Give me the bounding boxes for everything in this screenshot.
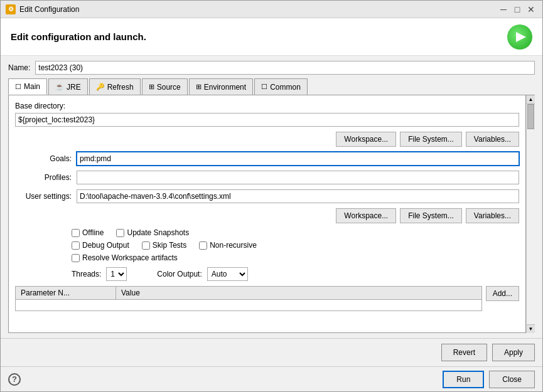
panel-scrollbar: ▲ ▼: [526, 95, 535, 333]
tab-main-label: Main: [24, 82, 40, 91]
tab-panel-main: Base directory: Workspace... File System…: [8, 95, 526, 333]
variables-button-2[interactable]: Variables...: [466, 208, 519, 223]
workspace-button-2[interactable]: Workspace...: [336, 208, 396, 223]
debug-output-input[interactable]: [72, 241, 80, 250]
tab-environment[interactable]: ⊞ Environment: [189, 78, 253, 95]
workspace-button-1[interactable]: Workspace...: [336, 132, 396, 147]
tab-main-icon: ☐: [15, 83, 21, 91]
user-settings-buttons: Workspace... File System... Variables...: [15, 208, 519, 223]
update-snapshots-checkbox[interactable]: Update Snapshots: [116, 228, 189, 237]
add-parameter-button[interactable]: Add...: [486, 286, 519, 301]
param-table-header: Parameter N... Value: [16, 287, 481, 300]
param-col-name: Parameter N...: [16, 287, 116, 299]
header-bar: Edit configuration and launch.: [1, 18, 542, 56]
minimize-button[interactable]: ─: [497, 3, 510, 16]
tab-refresh-icon: 🔑: [96, 83, 105, 91]
main-window: ⚙ Edit Configuration ─ □ ✕ Edit configur…: [0, 0, 543, 392]
window-icon: ⚙: [6, 4, 16, 14]
help-button[interactable]: ?: [8, 373, 21, 386]
tab-environment-icon: ⊞: [196, 83, 202, 91]
debug-output-label: Debug Output: [82, 241, 129, 250]
profiles-label: Profiles:: [15, 173, 72, 182]
base-directory-input[interactable]: [15, 113, 519, 127]
footer-bar: ? Run Close: [1, 366, 542, 391]
param-col-value: Value: [116, 287, 481, 299]
tabs-section: ☐ Main ☕ JRE 🔑 Refresh ⊞ Source ⊞ Env: [8, 78, 535, 333]
base-directory-label: Base directory:: [15, 102, 519, 110]
variables-button-1[interactable]: Variables...: [466, 132, 519, 147]
non-recursive-checkbox[interactable]: Non-recursive: [199, 241, 257, 250]
param-table-container: Parameter N... Value Add...: [15, 286, 519, 311]
offline-checkbox-input[interactable]: [72, 229, 80, 237]
tab-main[interactable]: ☐ Main: [8, 78, 47, 95]
name-label: Name:: [8, 63, 30, 72]
profiles-row: Profiles:: [15, 171, 519, 184]
tab-refresh-label: Refresh: [107, 83, 134, 92]
goals-label: Goals:: [15, 154, 72, 163]
tab-common-icon: ☐: [261, 83, 267, 91]
user-settings-row: User settings:: [15, 189, 519, 203]
header-title: Edit configuration and launch.: [11, 31, 146, 42]
color-output-label: Color Output:: [157, 270, 202, 278]
maximize-button[interactable]: □: [511, 3, 524, 16]
run-icon-button[interactable]: [507, 24, 532, 50]
tab-source[interactable]: ⊞ Source: [142, 78, 188, 95]
tab-refresh[interactable]: 🔑 Refresh: [89, 78, 141, 95]
tab-bar: ☐ Main ☕ JRE 🔑 Refresh ⊞ Source ⊞ Env: [8, 78, 535, 95]
file-system-button-1[interactable]: File System...: [400, 132, 462, 147]
tab-source-label: Source: [157, 83, 181, 92]
resolve-workspace-input[interactable]: [72, 254, 80, 262]
scroll-down-button[interactable]: ▼: [527, 324, 535, 333]
param-table: Parameter N... Value: [15, 286, 482, 311]
tab-common-label: Common: [270, 83, 301, 92]
offline-label: Offline: [82, 228, 104, 237]
scroll-thumb-area: [527, 104, 535, 324]
footer-buttons: Run Close: [443, 371, 535, 388]
run-button[interactable]: Run: [443, 371, 484, 388]
threads-row: Threads: 1 2 4 Color Output: Auto Always…: [15, 267, 519, 281]
user-settings-input[interactable]: [77, 189, 519, 203]
bottom-bar: Revert Apply: [1, 338, 542, 366]
skip-tests-checkbox[interactable]: Skip Tests: [142, 241, 186, 250]
threads-label: Threads:: [72, 270, 101, 278]
goals-input[interactable]: [77, 152, 519, 166]
checkbox-row-3: Resolve Workspace artifacts: [72, 253, 519, 262]
color-output-select[interactable]: Auto Always Never: [207, 267, 248, 281]
checkbox-row-2: Debug Output Skip Tests Non-recursive: [72, 241, 519, 250]
offline-checkbox[interactable]: Offline: [72, 228, 104, 237]
debug-output-checkbox[interactable]: Debug Output: [72, 241, 129, 250]
checkbox-row-1: Offline Update Snapshots: [72, 228, 519, 237]
threads-select[interactable]: 1 2 4: [106, 267, 127, 281]
update-snapshots-input[interactable]: [116, 229, 124, 237]
skip-tests-input[interactable]: [142, 241, 150, 250]
checkboxes-section: Offline Update Snapshots Debug Output: [15, 228, 519, 262]
non-recursive-input[interactable]: [199, 241, 207, 250]
apply-button[interactable]: Apply: [492, 344, 535, 361]
name-input[interactable]: [35, 61, 535, 75]
goals-row: Goals:: [15, 152, 519, 166]
close-button-footer[interactable]: Close: [489, 371, 535, 388]
window-title: Edit Configuration: [19, 5, 79, 14]
title-bar-left: ⚙ Edit Configuration: [6, 4, 79, 14]
tab-environment-label: Environment: [204, 83, 246, 92]
name-row: Name:: [8, 61, 535, 75]
scroll-up-button[interactable]: ▲: [527, 95, 535, 104]
tab-source-icon: ⊞: [149, 83, 154, 91]
skip-tests-label: Skip Tests: [153, 241, 186, 250]
panel-scroll-container: Base directory: Workspace... File System…: [8, 95, 535, 333]
tab-common[interactable]: ☐ Common: [254, 78, 308, 95]
tab-jre-icon: ☕: [55, 83, 64, 91]
revert-button[interactable]: Revert: [441, 344, 487, 361]
title-bar: ⚙ Edit Configuration ─ □ ✕: [1, 1, 542, 18]
update-snapshots-label: Update Snapshots: [127, 228, 189, 237]
scroll-thumb[interactable]: [527, 104, 534, 129]
profiles-input[interactable]: [77, 171, 519, 184]
main-content: Name: ☐ Main ☕ JRE 🔑 Refresh ⊞: [1, 56, 542, 338]
tab-jre-label: JRE: [67, 83, 81, 92]
resolve-workspace-checkbox[interactable]: Resolve Workspace artifacts: [72, 253, 178, 262]
close-button[interactable]: ✕: [525, 3, 537, 16]
window-controls: ─ □ ✕: [497, 3, 537, 16]
base-directory-section: Base directory:: [15, 102, 519, 127]
tab-jre[interactable]: ☕ JRE: [48, 78, 88, 95]
file-system-button-2[interactable]: File System...: [400, 208, 462, 223]
